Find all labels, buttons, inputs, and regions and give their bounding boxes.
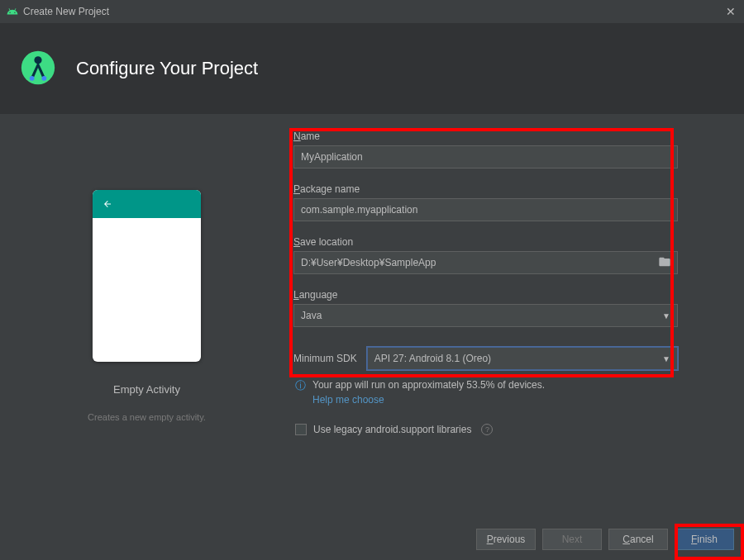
chevron-down-icon: ▼ <box>662 354 670 363</box>
close-icon[interactable]: ✕ <box>726 5 736 18</box>
form-panel: Name Package name Save location Language… <box>293 131 744 502</box>
button-bar: Previous Next Cancel Finish <box>0 519 744 560</box>
template-description: Creates a new empty activity. <box>88 412 206 422</box>
dialog-header: Configure Your Project <box>0 23 744 114</box>
android-studio-icon <box>20 50 56 88</box>
package-input[interactable] <box>293 198 678 221</box>
info-icon: ⓘ <box>295 378 306 393</box>
package-label: Package name <box>293 183 360 195</box>
svg-point-3 <box>41 75 46 80</box>
language-value: Java <box>301 310 322 321</box>
min-sdk-label: Minimum SDK <box>293 353 357 364</box>
chevron-down-icon: ▼ <box>662 311 670 320</box>
legacy-libraries-checkbox[interactable] <box>295 424 307 435</box>
language-group: Language Java ▼ <box>293 289 678 327</box>
save-location-label: Save location <box>293 236 353 248</box>
name-label: Name <box>293 131 320 142</box>
sdk-info-row: ⓘ Your app will run on approximately 53.… <box>293 378 678 406</box>
template-preview <box>93 190 201 362</box>
help-me-choose-link[interactable]: Help me choose <box>312 394 545 406</box>
name-input[interactable] <box>293 145 678 168</box>
help-icon[interactable]: ? <box>481 424 493 435</box>
min-sdk-select[interactable]: API 27: Android 8.1 (Oreo) ▼ <box>367 347 678 370</box>
content-area: Empty Activity Creates a new empty activ… <box>0 114 744 519</box>
min-sdk-row: Minimum SDK API 27: Android 8.1 (Oreo) ▼ <box>293 347 678 370</box>
window-title: Create New Project <box>23 6 109 17</box>
titlebar: Create New Project ✕ <box>0 0 744 23</box>
android-app-icon <box>7 6 18 17</box>
next-button: Next <box>542 529 602 550</box>
previous-button[interactable]: Previous <box>476 529 536 550</box>
language-label: Language <box>293 289 337 301</box>
min-sdk-value: API 27: Android 8.1 (Oreo) <box>374 353 491 364</box>
save-location-input[interactable] <box>293 251 678 274</box>
save-location-group: Save location <box>293 236 678 274</box>
template-preview-panel: Empty Activity Creates a new empty activ… <box>0 131 293 502</box>
svg-point-2 <box>30 75 35 80</box>
legacy-libraries-row: Use legacy android.support libraries ? <box>293 424 678 435</box>
template-name: Empty Activity <box>113 383 180 396</box>
package-group: Package name <box>293 183 678 221</box>
legacy-libraries-label: Use legacy android.support libraries <box>313 424 471 435</box>
browse-folder-icon[interactable] <box>658 255 671 271</box>
back-arrow-icon <box>101 199 114 209</box>
preview-appbar <box>93 190 201 218</box>
cancel-button[interactable]: Cancel <box>608 529 668 550</box>
language-select[interactable]: Java ▼ <box>293 304 678 327</box>
sdk-info-text: Your app will run on approximately 53.5%… <box>312 379 545 391</box>
name-group: Name <box>293 131 678 168</box>
page-title: Configure Your Project <box>76 58 258 79</box>
finish-button[interactable]: Finish <box>675 529 734 550</box>
